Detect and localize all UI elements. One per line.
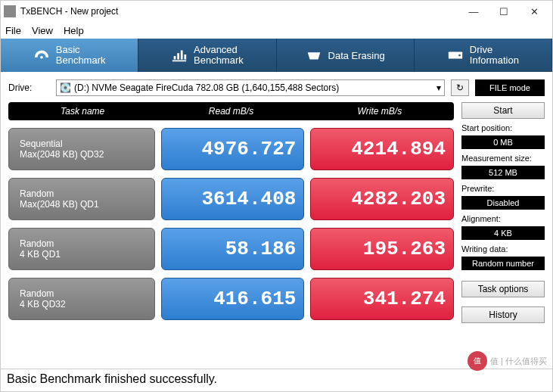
write-value: 195.263 — [310, 228, 454, 270]
read-value: 416.615 — [161, 278, 305, 320]
chart-icon — [171, 48, 188, 62]
drive-label: Drive: — [8, 82, 50, 93]
measurement-size-value[interactable]: 512 MB — [461, 166, 545, 179]
task-line1: Random — [20, 238, 154, 249]
file-mode-button[interactable]: FILE mode — [475, 79, 545, 96]
tab-drive-information[interactable]: Drive Information — [415, 39, 552, 72]
task-line2: Max(2048 KB) QD32 — [20, 149, 154, 160]
header-write: Write mB/s — [306, 102, 454, 120]
disk-icon: 💽 — [60, 82, 71, 93]
status-bar: Basic Benchmark finished successfully. — [1, 369, 552, 391]
writing-data-value[interactable]: Random number — [461, 257, 545, 270]
writing-data-label: Writing data: — [461, 244, 545, 254]
task-line1: Random — [20, 288, 154, 299]
maximize-button[interactable]: ☐ — [489, 2, 519, 20]
write-value: 4282.203 — [310, 178, 454, 220]
drive-selected: (D:) NVMe Seagate FireCuda 782.08 GB (1,… — [74, 82, 339, 93]
tab-label: Basic Benchmark — [56, 45, 106, 67]
task-name-cell[interactable]: Random4 KB QD32 — [8, 278, 155, 320]
drive-select[interactable]: 💽(D:) NVMe Seagate FireCuda 782.08 GB (1… — [56, 79, 445, 96]
minimize-button[interactable]: — — [458, 2, 489, 20]
write-value: 341.274 — [310, 278, 454, 320]
table-header: Task name Read mB/s Write mB/s — [8, 102, 454, 120]
task-name-cell[interactable]: Random4 KB QD1 — [8, 228, 155, 270]
app-icon — [4, 5, 16, 17]
tab-label: Data Erasing — [328, 50, 385, 61]
task-line2: 4 KB QD1 — [20, 249, 154, 260]
task-name-cell[interactable]: SequentialMax(2048 KB) QD32 — [8, 128, 155, 170]
prewrite-label: Prewrite: — [461, 184, 545, 193]
start-position-value[interactable]: 0 MB — [461, 135, 545, 149]
tab-data-erasing[interactable]: Data Erasing — [277, 39, 415, 72]
tab-basic-benchmark[interactable]: Basic Benchmark — [1, 39, 138, 72]
watermark-logo-icon: 值 — [468, 351, 487, 371]
erase-icon — [306, 48, 322, 62]
drive-icon — [447, 48, 464, 62]
tab-advanced-benchmark[interactable]: Advanced Benchmark — [138, 39, 276, 72]
task-options-button[interactable]: Task options — [461, 281, 545, 297]
refresh-icon: ↻ — [456, 82, 464, 93]
prewrite-value[interactable]: Disabled — [461, 196, 545, 210]
task-name-cell[interactable]: RandomMax(2048 KB) QD1 — [8, 178, 155, 220]
refresh-button[interactable]: ↻ — [451, 79, 469, 96]
benchmark-row: SequentialMax(2048 KB) QD324976.7274214.… — [8, 128, 454, 170]
read-value: 4976.727 — [161, 128, 305, 170]
chevron-down-icon: ▾ — [436, 82, 441, 93]
tab-label: Drive Information — [470, 45, 519, 67]
alignment-label: Alignment: — [461, 214, 545, 223]
tabbar: Basic Benchmark Advanced Benchmark Data … — [1, 39, 552, 72]
titlebar: TxBENCH - New project — ☐ ✕ — [1, 1, 552, 22]
window-title: TxBENCH - New project — [20, 6, 458, 17]
menu-help[interactable]: Help — [64, 25, 84, 36]
svg-point-2 — [458, 54, 461, 57]
task-line1: Sequential — [20, 138, 154, 149]
start-position-label: Start position: — [461, 123, 545, 132]
gauge-icon — [33, 48, 50, 62]
tab-label: Advanced Benchmark — [194, 45, 244, 67]
header-task: Task name — [8, 102, 157, 120]
watermark-text: 值 | 什么值得买 — [490, 356, 547, 367]
history-button[interactable]: History — [461, 306, 545, 323]
task-line1: Random — [20, 188, 154, 199]
measurement-size-label: Measurement size: — [461, 154, 545, 163]
benchmark-row: Random4 KB QD158.186195.263 — [8, 228, 454, 270]
benchmark-row: Random4 KB QD32416.615341.274 — [8, 278, 454, 320]
header-read: Read mB/s — [157, 102, 305, 120]
read-value: 58.186 — [161, 228, 305, 270]
watermark: 值 值 | 什么值得买 — [468, 351, 547, 371]
task-line2: 4 KB QD32 — [20, 299, 154, 310]
write-value: 4214.894 — [310, 128, 454, 170]
menu-file[interactable]: File — [5, 25, 21, 36]
menubar: File View Help — [1, 22, 552, 39]
benchmark-row: RandomMax(2048 KB) QD13614.4084282.203 — [8, 178, 454, 220]
start-button[interactable]: Start — [461, 102, 545, 119]
alignment-value[interactable]: 4 KB — [461, 226, 545, 240]
menu-view[interactable]: View — [32, 25, 53, 36]
svg-point-0 — [40, 56, 43, 59]
task-line2: Max(2048 KB) QD1 — [20, 199, 154, 210]
read-value: 3614.408 — [161, 178, 305, 220]
close-button[interactable]: ✕ — [519, 2, 549, 20]
